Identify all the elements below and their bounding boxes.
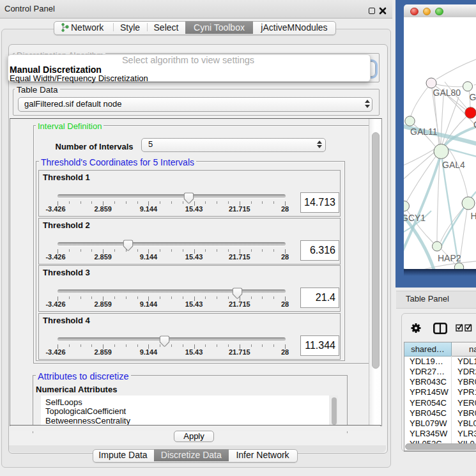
svg-text:HAP2: HAP2 [438,253,461,263]
svg-text:H: H [471,211,476,221]
svg-text:GA: GA [470,92,476,102]
svg-text:C: C [473,119,476,130]
svg-text:GCY1: GCY1 [404,213,426,223]
svg-text:GAL11: GAL11 [410,127,438,137]
svg-text:GAL4: GAL4 [442,160,465,170]
svg-text:GAL80: GAL80 [433,88,461,98]
